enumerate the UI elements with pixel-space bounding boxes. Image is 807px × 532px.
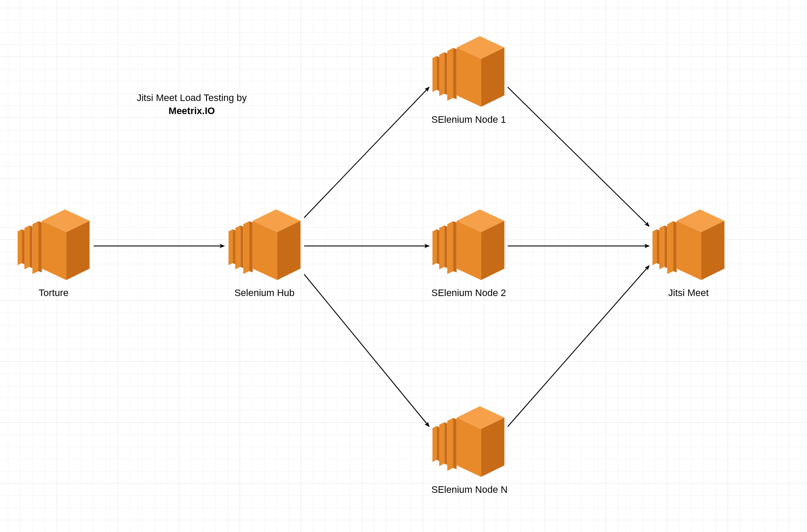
ec2-icon: [17, 208, 91, 282]
node-jitsi-meet: Jitsi Meet: [651, 208, 726, 299]
ec2-icon: [431, 208, 505, 282]
node-selenium-node-2: SElenium Node 2: [431, 208, 505, 299]
ec2-icon: [431, 405, 505, 479]
title-line1: Jitsi Meet Load Testing by: [137, 92, 247, 103]
ec2-icon: [651, 208, 726, 282]
ec2-icon: [431, 35, 505, 109]
node-selenium-node-n: SElenium Node N: [431, 405, 505, 495]
node-label: SElenium Node 2: [431, 287, 505, 299]
title-brand: Meetrix.IO: [169, 105, 215, 116]
node-label: Selenium Hub: [227, 287, 302, 299]
node-label: Torture: [17, 287, 91, 299]
node-label: SElenium Node 1: [431, 114, 505, 125]
ec2-icon: [227, 208, 302, 282]
node-label: Jitsi Meet: [651, 287, 726, 299]
diagram-title: Jitsi Meet Load Testing by Meetrix.IO: [118, 91, 266, 117]
node-selenium-hub: Selenium Hub: [227, 208, 302, 299]
node-torture: Torture: [17, 208, 91, 299]
node-label: SElenium Node N: [431, 484, 505, 495]
node-selenium-node-1: SElenium Node 1: [431, 35, 505, 125]
diagram-canvas: Jitsi Meet Load Testing by Meetrix.IO To…: [0, 0, 807, 532]
